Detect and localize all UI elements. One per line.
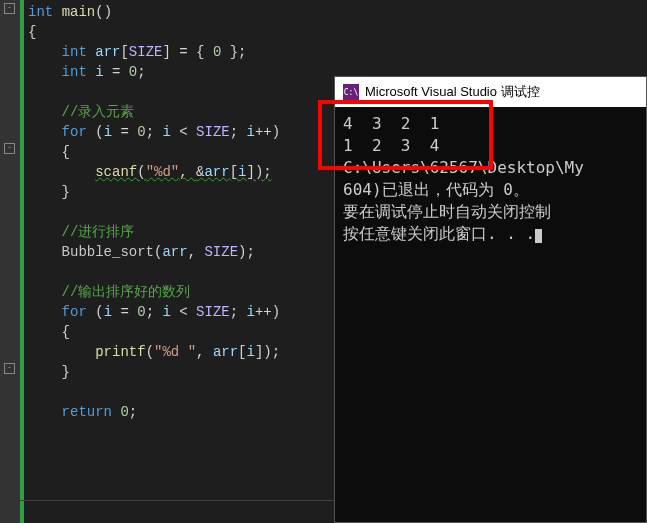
number: 0 (120, 404, 128, 420)
text: < (171, 124, 196, 140)
text: }; (221, 44, 246, 60)
console-title-text: Microsoft Visual Studio 调试控 (365, 83, 540, 101)
console-line: 1 2 3 4 (343, 136, 439, 155)
brace: } (62, 364, 70, 380)
console-output: 4 3 2 1 1 2 3 4 C:\Users\62567\Desktop\M… (335, 107, 646, 251)
identifier: i (95, 64, 103, 80)
macro: SIZE (204, 244, 238, 260)
brace: { (62, 324, 70, 340)
fold-toggle-icon[interactable]: - (4, 3, 15, 14)
keyword: int (62, 44, 87, 60)
console-line: 要在调试停止时自动关闭控制 (343, 202, 551, 221)
text: , (188, 244, 205, 260)
macro: SIZE (196, 124, 230, 140)
console-line: 按任意键关闭此窗口. . . (343, 224, 535, 243)
identifier: i (247, 124, 255, 140)
identifier: i (104, 124, 112, 140)
comment: //录入元素 (62, 104, 135, 120)
text: [ (120, 44, 128, 60)
keyword: int (62, 64, 87, 80)
text: = (104, 64, 129, 80)
comment: //进行排序 (62, 224, 135, 240)
text: ; (129, 404, 137, 420)
text: ; (137, 64, 145, 80)
text: ++) (255, 124, 280, 140)
comment: //输出排序好的数列 (62, 284, 191, 300)
console-line: C:\Users\62567\Desktop\My (343, 158, 584, 177)
text: ]); (255, 344, 280, 360)
text: ] = { (162, 44, 212, 60)
identifier: arr (162, 244, 187, 260)
fold-toggle-icon[interactable]: - (4, 363, 15, 374)
keyword: for (62, 304, 87, 320)
macro: SIZE (129, 44, 163, 60)
text: ; (230, 124, 247, 140)
code-text[interactable]: int main() { int arr[SIZE] = { 0 }; int … (24, 0, 284, 523)
string: "%d" (146, 164, 180, 180)
number: 0 (137, 304, 145, 320)
console-line: 4 3 2 1 (343, 114, 439, 133)
text: [ (230, 164, 238, 180)
text: = (112, 124, 137, 140)
function-call: Bubble_sort (62, 244, 154, 260)
console-line: 604)已退出，代码为 0。 (343, 180, 529, 199)
brace: { (62, 144, 70, 160)
fold-gutter: - - - (0, 0, 20, 523)
text: = (112, 304, 137, 320)
keyword: for (62, 124, 87, 140)
text: ( (87, 124, 104, 140)
text: ( (137, 164, 145, 180)
parens: () (95, 4, 112, 20)
text: , (196, 344, 213, 360)
identifier: i (247, 344, 255, 360)
macro: SIZE (196, 304, 230, 320)
function-call: scanf (95, 164, 137, 180)
text: ++) (255, 304, 280, 320)
text: ; (146, 304, 163, 320)
identifier: arr (213, 344, 238, 360)
keyword: int (28, 4, 53, 20)
text: [ (238, 344, 246, 360)
cursor-icon (535, 229, 542, 243)
brace: { (28, 24, 36, 40)
identifier: i (247, 304, 255, 320)
vs-icon: C:\ (343, 84, 359, 100)
text: ( (87, 304, 104, 320)
fold-toggle-icon[interactable]: - (4, 143, 15, 154)
text: ( (146, 344, 154, 360)
identifier: i (162, 304, 170, 320)
number: 0 (137, 124, 145, 140)
text: ; (146, 124, 163, 140)
text: ; (230, 304, 247, 320)
string: "%d " (154, 344, 196, 360)
console-titlebar[interactable]: C:\ Microsoft Visual Studio 调试控 (335, 77, 646, 107)
text: , (179, 164, 196, 180)
brace: } (62, 184, 70, 200)
text: ); (238, 244, 255, 260)
text: < (171, 304, 196, 320)
keyword: return (62, 404, 112, 420)
identifier: arr (95, 44, 120, 60)
identifier: i (162, 124, 170, 140)
identifier: i (104, 304, 112, 320)
identifier: arr (204, 164, 229, 180)
debug-console-window[interactable]: C:\ Microsoft Visual Studio 调试控 4 3 2 1 … (334, 76, 647, 523)
function-name: main (62, 4, 96, 20)
number: 0 (129, 64, 137, 80)
identifier: i (238, 164, 246, 180)
text: ]); (247, 164, 272, 180)
function-call: printf (95, 344, 145, 360)
